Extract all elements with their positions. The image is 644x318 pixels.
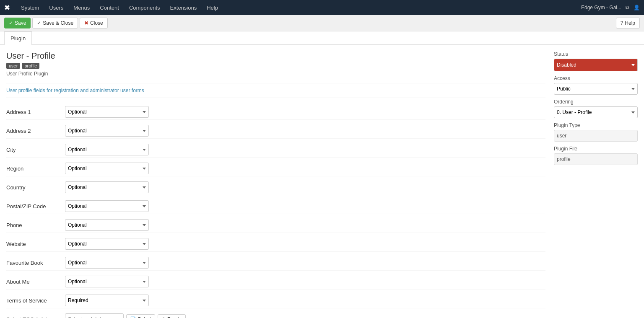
label-country: Country	[6, 184, 65, 191]
nav-extensions[interactable]: Extensions	[165, 1, 202, 14]
label-address1: Address 1	[6, 109, 65, 115]
save-icon: ✓	[9, 20, 13, 26]
divider	[6, 83, 545, 83]
label-city: City	[6, 147, 65, 153]
field-address2: Address 2 Optional Required Disabled	[6, 123, 545, 139]
breadcrumb-profile: profile	[22, 63, 39, 69]
breadcrumb-user: user	[6, 63, 20, 69]
tab-plugin[interactable]: Plugin	[4, 31, 32, 45]
content-area: User - Profile user profile User Profile…	[0, 45, 644, 318]
label-postal: Postal/ZIP Code	[6, 203, 65, 209]
plus-icon: ⊕	[161, 316, 166, 318]
help-icon: ?	[621, 20, 623, 26]
label-tos-article: Select TOS Article	[6, 316, 65, 318]
select-about-me[interactable]: Optional Required Disabled	[65, 276, 149, 287]
status-label: Status	[554, 51, 638, 57]
label-address2: Address 2	[6, 128, 65, 134]
toolbar: ✓ Save ✓ Save & Close ✖ Close ? Help	[0, 15, 644, 31]
form-description: User profile fields for registration and…	[6, 88, 545, 98]
access-label: Access	[554, 75, 638, 81]
select-city[interactable]: Optional Required Disabled	[65, 144, 149, 155]
create-article-button[interactable]: ⊕ Create	[158, 314, 186, 318]
status-select[interactable]: Disabled Enabled	[554, 59, 638, 71]
nav-components[interactable]: Components	[124, 1, 165, 14]
select-address2[interactable]: Optional Required Disabled	[65, 125, 149, 137]
nav-system[interactable]: System	[16, 1, 44, 14]
label-favourite-book: Favourite Book	[6, 260, 65, 266]
field-terms-of-service: Terms of Service Optional Required Disab…	[6, 293, 545, 308]
ordering-select[interactable]: 0. User - Profile	[554, 106, 638, 118]
save-button[interactable]: ✓ Save	[4, 18, 31, 28]
breadcrumb: user profile	[6, 63, 545, 69]
field-phone: Phone Optional Required Disabled	[6, 217, 545, 233]
ordering-label: Ordering	[554, 99, 638, 105]
plugin-description: User Profile Plugin	[6, 71, 545, 77]
top-navbar: ✖ System Users Menus Content Components …	[0, 0, 644, 15]
tos-article-controls: 📄 Select ⊕ Create	[65, 313, 186, 318]
nav-help[interactable]: Help	[202, 1, 223, 14]
field-city: City Optional Required Disabled	[6, 142, 545, 158]
select-terms-of-service[interactable]: Optional Required Disabled	[65, 295, 149, 306]
right-panel: Status Disabled Enabled Access Public Re…	[554, 51, 638, 318]
save-close-icon: ✓	[37, 20, 41, 26]
close-icon: ✖	[84, 20, 88, 26]
label-region: Region	[6, 165, 65, 172]
left-panel: User - Profile user profile User Profile…	[6, 51, 545, 318]
label-phone: Phone	[6, 222, 65, 228]
control-about-me: Optional Required Disabled	[65, 276, 149, 287]
site-title: Edge Gym - Gai...	[581, 5, 621, 10]
field-favourite-book: Favourite Book Optional Required Disable…	[6, 255, 545, 271]
select-postal[interactable]: Optional Required Disabled	[65, 200, 149, 212]
field-address1: Address 1 Optional Required Disabled	[6, 104, 545, 120]
nav-right: Edge Gym - Gai... ⧉ 👤	[581, 5, 640, 10]
tos-article-input[interactable]	[65, 313, 124, 318]
control-country: Optional Required Disabled	[65, 181, 149, 193]
control-website: Optional Required Disabled	[65, 238, 149, 250]
select-website[interactable]: Optional Required Disabled	[65, 238, 149, 250]
control-address1: Optional Required Disabled	[65, 106, 149, 118]
select-article-button[interactable]: 📄 Select	[126, 314, 155, 318]
page-title: User - Profile	[6, 51, 545, 61]
plugin-type-field	[554, 130, 638, 142]
field-tos-article: Select TOS Article 📄 Select ⊕ Create	[6, 312, 545, 318]
close-button[interactable]: ✖ Close	[80, 18, 108, 28]
label-website: Website	[6, 241, 65, 247]
label-about-me: About Me	[6, 279, 65, 285]
nav-users[interactable]: Users	[44, 1, 68, 14]
nav-menus[interactable]: Menus	[68, 1, 95, 14]
help-button[interactable]: ? Help	[616, 18, 640, 28]
field-region: Region Optional Required Disabled	[6, 161, 545, 176]
control-region: Optional Required Disabled	[65, 163, 149, 174]
external-link-icon[interactable]: ⧉	[626, 5, 629, 10]
select-phone[interactable]: Optional Required Disabled	[65, 219, 149, 231]
plugin-file-label: Plugin File	[554, 146, 638, 152]
save-close-button[interactable]: ✓ Save & Close	[32, 18, 78, 28]
toolbar-right: ? Help	[616, 18, 640, 28]
field-postal: Postal/ZIP Code Optional Required Disabl…	[6, 199, 545, 214]
nav-menu: System Users Menus Content Components Ex…	[16, 1, 581, 14]
plugin-file-field	[554, 153, 638, 165]
control-phone: Optional Required Disabled	[65, 219, 149, 231]
control-favourite-book: Optional Required Disabled	[65, 257, 149, 269]
select-address1[interactable]: Optional Required Disabled	[65, 106, 149, 118]
file-icon: 📄	[130, 316, 136, 318]
control-terms-of-service: Optional Required Disabled	[65, 295, 149, 306]
select-country[interactable]: Optional Required Disabled	[65, 181, 149, 193]
label-terms-of-service: Terms of Service	[6, 297, 65, 304]
tabs-bar: Plugin	[0, 31, 644, 45]
control-postal: Optional Required Disabled	[65, 200, 149, 212]
control-city: Optional Required Disabled	[65, 144, 149, 155]
field-website: Website Optional Required Disabled	[6, 236, 545, 252]
select-favourite-book[interactable]: Optional Required Disabled	[65, 257, 149, 269]
user-icon[interactable]: 👤	[634, 5, 640, 10]
field-about-me: About Me Optional Required Disabled	[6, 274, 545, 290]
field-country: Country Optional Required Disabled	[6, 180, 545, 195]
site-logo: ✖	[4, 4, 10, 12]
access-select[interactable]: Public Registered Special	[554, 83, 638, 95]
plugin-type-label: Plugin Type	[554, 122, 638, 128]
select-region[interactable]: Optional Required Disabled	[65, 163, 149, 174]
nav-content[interactable]: Content	[95, 1, 124, 14]
control-address2: Optional Required Disabled	[65, 125, 149, 137]
